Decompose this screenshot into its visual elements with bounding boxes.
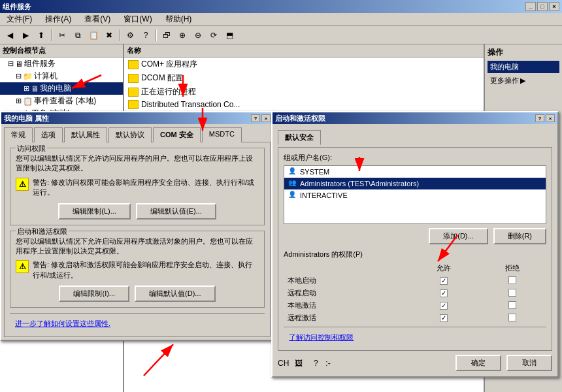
- checkbox-remote-start-allow[interactable]: [440, 289, 448, 297]
- toolbar-sep2: [119, 29, 120, 41]
- perm-remote-activate-deny[interactable]: [478, 312, 546, 324]
- expand-icon3: ⊞: [24, 84, 29, 93]
- launch-warn-icon: ⚠: [16, 260, 29, 273]
- minimize-button[interactable]: _: [525, 2, 536, 11]
- toolbar-refresh[interactable]: ⟳: [207, 28, 221, 42]
- perm-remote-activate-label: 远程激活: [284, 312, 410, 324]
- tab-general[interactable]: 常规: [4, 127, 33, 142]
- checkbox-local-activate-deny[interactable]: [508, 301, 516, 309]
- menu-window[interactable]: 窗口(W): [120, 12, 156, 26]
- perm-remote-start-allow[interactable]: [410, 287, 478, 299]
- toolbar: ◀ ▶ ⬆ ✂ ⧉ 📋 ✖ ⚙ ? 🗗 ⊕ ⊖ ⟳ ⬒: [0, 26, 562, 44]
- checkbox-local-start-deny[interactable]: [508, 276, 516, 284]
- launch-tab-default[interactable]: 默认安全: [278, 130, 321, 145]
- user-icon-interactive: 👤: [288, 191, 297, 200]
- edit-access-limit-btn[interactable]: 编辑限制(L)...: [58, 203, 131, 220]
- tree-icon-event: 📋: [23, 97, 33, 106]
- perm-local-activate-allow[interactable]: [410, 299, 478, 312]
- launch-ok-btn[interactable]: 确定: [455, 355, 501, 371]
- perm-remote-start-deny[interactable]: [478, 287, 546, 299]
- tab-default-props[interactable]: 默认属性: [64, 127, 107, 142]
- listbox-item-interactive[interactable]: 👤 INTERACTIVE: [284, 189, 546, 201]
- toolbar-export[interactable]: ⬒: [222, 28, 237, 42]
- toolbar-back[interactable]: ◀: [3, 28, 17, 42]
- menu-view[interactable]: 查看(V): [80, 12, 114, 26]
- launch-action-btns: 确定 取消: [455, 355, 552, 371]
- launch-tab-content: 组或用户名(G): 👤 SYSTEM 👥 Administrators (TES…: [278, 147, 552, 351]
- tree-item-computers[interactable]: ⊟ 📁 计算机: [0, 70, 123, 82]
- perm-remote-activate-allow[interactable]: [410, 312, 478, 324]
- toolbar-collapse[interactable]: ⊖: [191, 28, 205, 42]
- menu-file[interactable]: 文件(F): [3, 12, 36, 26]
- toolbar-paste[interactable]: 📋: [86, 28, 101, 42]
- toolbar-forward[interactable]: ▶: [18, 28, 33, 42]
- menu-help[interactable]: 帮助(H): [161, 12, 196, 26]
- folder-icon-dcom: [128, 74, 139, 83]
- edit-launch-default-btn[interactable]: 编辑默认值(D)...: [135, 286, 215, 302]
- toolbar-help[interactable]: ?: [139, 28, 153, 42]
- perm-local-activate-deny[interactable]: [478, 299, 546, 312]
- checkbox-remote-start-deny[interactable]: [508, 289, 516, 297]
- launch-close-btn[interactable]: ×: [546, 114, 555, 122]
- launch-help-icon[interactable]: ?: [308, 356, 323, 370]
- menu-action[interactable]: 操作(A): [41, 12, 75, 26]
- tree-icon-mypc: 🖥: [31, 84, 39, 93]
- checkbox-local-start-allow[interactable]: [440, 277, 448, 285]
- list-item-dcom[interactable]: DCOM 配置: [124, 71, 484, 85]
- permissions-table: 允许 拒绝 本地启动: [284, 262, 546, 324]
- toolbar-cut[interactable]: ✂: [55, 28, 69, 42]
- action-more[interactable]: 更多操作 ▶: [488, 74, 559, 87]
- launch-help-btn[interactable]: ?: [535, 114, 544, 122]
- add-user-btn[interactable]: 添加(D)...: [429, 228, 488, 244]
- tree-item-component-services[interactable]: ⊟ 🖥 组件服务: [0, 57, 123, 70]
- toolbar-copy[interactable]: ⧉: [71, 28, 85, 42]
- edit-access-default-btn[interactable]: 编辑默认值(E)...: [136, 203, 216, 220]
- remove-user-btn[interactable]: 删除(R): [493, 228, 546, 244]
- tab-msdtc[interactable]: MSDTC: [202, 127, 242, 142]
- perm-label: Administrators 的权限(P): [284, 250, 546, 259]
- tree-icon-computers: 📁: [23, 72, 33, 81]
- footer-link[interactable]: 进一步了解如何设置这些属性.: [15, 319, 110, 327]
- perm-local-start-allow[interactable]: [410, 274, 478, 287]
- edit-launch-limit-btn[interactable]: 编辑限制(I)...: [59, 286, 129, 302]
- toolbar-delete[interactable]: ✖: [102, 28, 116, 42]
- launch-cancel-btn[interactable]: 取消: [506, 355, 552, 371]
- launch-dialog-title: 启动和激活权限 ? ×: [273, 112, 557, 124]
- toolbar-up[interactable]: ⬆: [34, 28, 48, 42]
- perm-local-activate-label: 本地激活: [284, 299, 410, 312]
- tab-com-security[interactable]: COM 安全: [153, 127, 201, 142]
- listbox-item-system[interactable]: 👤 SYSTEM: [284, 166, 546, 178]
- list-item-com[interactable]: COM+ 应用程序: [124, 57, 484, 71]
- tree-item-my-computer[interactable]: ⊞ 🖥 我的电脑: [0, 82, 123, 95]
- perm-col-name: [284, 262, 410, 274]
- list-item-distributed[interactable]: Distributed Transaction Co...: [124, 99, 484, 110]
- chevron-right-icon: ▶: [520, 76, 525, 85]
- tree-item-event-viewer[interactable]: ⊞ 📋 事件查看器 (本地): [0, 95, 123, 107]
- launch-icon1[interactable]: 🖼: [291, 356, 306, 370]
- list-item-running[interactable]: 正在运行的进程: [124, 85, 484, 99]
- user-icon-admin: 👥: [288, 179, 297, 188]
- tab-default-proto[interactable]: 默认协议: [108, 127, 152, 142]
- close-button[interactable]: ×: [549, 2, 559, 11]
- launch-dialog: 启动和激活权限 ? × 默认安全 组或用户名(G): 👤 SYSTEM: [271, 111, 559, 378]
- toolbar-expand[interactable]: ⊕: [175, 28, 190, 42]
- launch-section-label: 启动和激活权限: [16, 227, 69, 237]
- access-control-link[interactable]: 了解访问控制和权限: [289, 333, 354, 341]
- users-listbox[interactable]: 👤 SYSTEM 👥 Administrators (TEST\Administ…: [284, 165, 546, 224]
- folder-icon-distributed: [128, 100, 139, 109]
- tab-options[interactable]: 选项: [34, 127, 63, 142]
- perm-local-start-deny[interactable]: [478, 274, 546, 287]
- props-tab-bar: 常规 选项 默认属性 默认协议 COM 安全 MSDTC: [1, 124, 273, 142]
- props-close-btn[interactable]: ×: [261, 114, 271, 122]
- launch-bottom-left: CH 🖼 ? :-: [278, 356, 331, 370]
- toolbar-properties[interactable]: ⚙: [123, 28, 137, 42]
- checkbox-local-activate-allow[interactable]: [440, 302, 448, 310]
- props-help-btn[interactable]: ?: [251, 114, 260, 122]
- launch-sep-text: :-: [325, 359, 330, 368]
- maximize-button[interactable]: □: [537, 2, 548, 11]
- listbox-item-administrators[interactable]: 👥 Administrators (TEST\Administrators): [284, 178, 546, 189]
- checkbox-remote-activate-allow[interactable]: [440, 314, 448, 322]
- folder-icon-running: [128, 88, 139, 97]
- checkbox-remote-activate-deny[interactable]: [508, 314, 516, 321]
- toolbar-new-window[interactable]: 🗗: [159, 28, 174, 42]
